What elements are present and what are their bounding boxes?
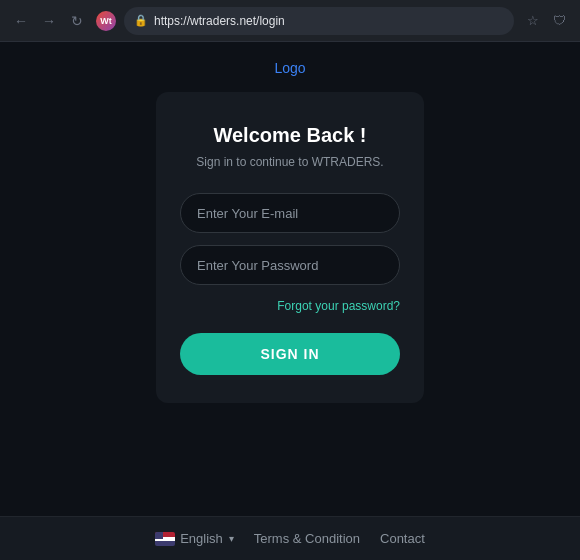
contact-link[interactable]: Contact xyxy=(380,531,425,546)
browser-chrome: ← → ↻ Wt 🔒 https://wtraders.net/login ☆ … xyxy=(0,0,580,42)
chevron-down-icon: ▾ xyxy=(229,533,234,544)
sign-in-button[interactable]: SIGN IN xyxy=(180,333,400,375)
back-icon: ← xyxy=(14,13,28,29)
login-card: Welcome Back ! Sign in to continue to WT… xyxy=(156,92,424,403)
password-input[interactable] xyxy=(180,245,400,285)
logo[interactable]: Logo xyxy=(274,60,305,76)
email-input[interactable] xyxy=(180,193,400,233)
address-bar[interactable]: 🔒 https://wtraders.net/login xyxy=(124,7,514,35)
site-favicon: Wt xyxy=(96,11,116,31)
star-icon: ☆ xyxy=(527,13,539,28)
back-button[interactable]: ← xyxy=(10,10,32,32)
login-subtitle: Sign in to continue to WTRADERS. xyxy=(196,155,383,169)
refresh-button[interactable]: ↻ xyxy=(66,10,88,32)
us-flag-icon xyxy=(155,532,175,546)
browser-actions: ☆ 🛡 xyxy=(522,10,570,32)
welcome-title: Welcome Back ! xyxy=(213,124,366,147)
language-selector[interactable]: English ▾ xyxy=(155,531,234,546)
nav-buttons: ← → ↻ xyxy=(10,10,88,32)
shield-button[interactable]: 🛡 xyxy=(548,10,570,32)
url-text: https://wtraders.net/login xyxy=(154,14,285,28)
terms-link[interactable]: Terms & Condition xyxy=(254,531,360,546)
star-button[interactable]: ☆ xyxy=(522,10,544,32)
lock-icon: 🔒 xyxy=(134,14,148,27)
page-content: Logo Welcome Back ! Sign in to continue … xyxy=(0,42,580,560)
forgot-password-link[interactable]: Forgot your password? xyxy=(180,299,400,313)
refresh-icon: ↻ xyxy=(71,13,83,29)
forward-button[interactable]: → xyxy=(38,10,60,32)
forward-icon: → xyxy=(42,13,56,29)
footer: English ▾ Terms & Condition Contact xyxy=(0,516,580,560)
language-label: English xyxy=(180,531,223,546)
shield-icon: 🛡 xyxy=(553,13,566,28)
